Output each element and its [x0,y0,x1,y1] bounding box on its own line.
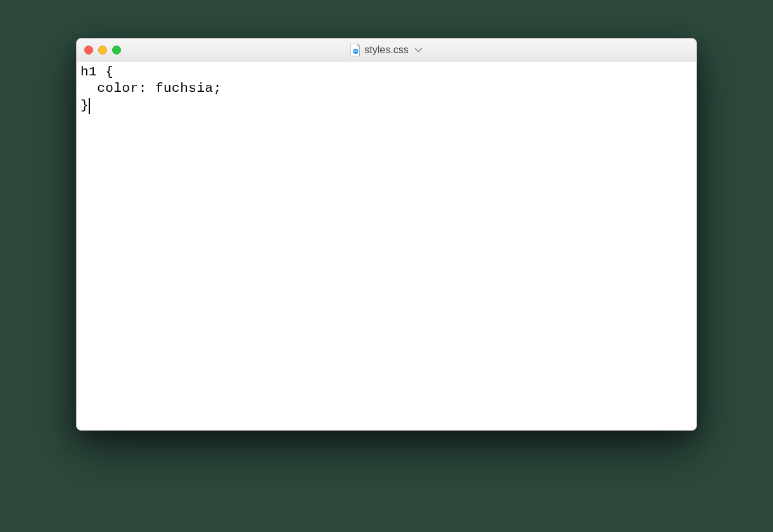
svg-point-0 [353,49,358,54]
code-line-2: color: fuchsia; [80,81,222,96]
code-line-3: } [80,98,89,113]
minimize-button[interactable] [98,46,107,54]
code-line-1: h1 { [80,65,113,79]
maximize-button[interactable] [112,46,121,54]
editor-window: styles.css h1 { color: fuchsia; } [76,38,697,431]
file-icon [350,44,361,56]
traffic-lights [84,46,121,54]
close-button[interactable] [84,46,93,54]
chevron-down-icon [415,48,423,53]
text-editor-area[interactable]: h1 { color: fuchsia; } [77,61,696,430]
text-cursor [89,98,90,113]
window-title-group[interactable]: styles.css [350,44,422,56]
window-title: styles.css [364,44,408,56]
window-titlebar[interactable]: styles.css [77,39,696,61]
